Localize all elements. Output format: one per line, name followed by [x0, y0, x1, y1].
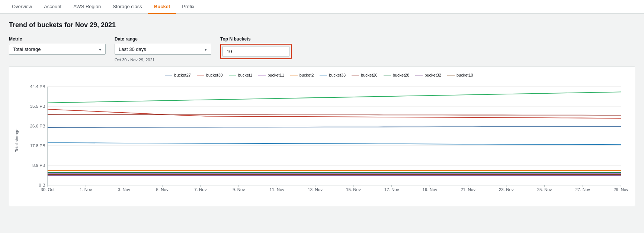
svg-text:35.5 PB: 35.5 PB: [30, 104, 45, 109]
svg-text:5. Nov: 5. Nov: [156, 187, 169, 192]
tab-overview[interactable]: Overview: [6, 0, 38, 14]
legend-item-bucket33: bucket33: [320, 73, 346, 77]
metric-label: Metric: [9, 36, 106, 42]
svg-text:13. Nov: 13. Nov: [308, 187, 323, 192]
svg-text:11. Nov: 11. Nov: [270, 187, 285, 192]
svg-text:29. Nov: 29. Nov: [613, 187, 628, 192]
y-axis-label: Total storage: [9, 81, 24, 200]
svg-text:1. Nov: 1. Nov: [80, 187, 92, 192]
legend-item-bucket1: bucket1: [229, 73, 253, 77]
svg-text:7. Nov: 7. Nov: [194, 187, 207, 192]
tab-prefix[interactable]: Prefix: [176, 0, 200, 14]
legend-item-bucket30: bucket30: [197, 73, 223, 77]
svg-text:3. Nov: 3. Nov: [118, 187, 131, 192]
svg-text:26.6 PB: 26.6 PB: [30, 124, 45, 128]
legend-label-bucket27: bucket27: [174, 73, 191, 77]
svg-text:15. Nov: 15. Nov: [346, 187, 361, 192]
svg-text:23. Nov: 23. Nov: [499, 187, 514, 192]
tab-bar: Overview Account AWS Region Storage clas…: [0, 0, 644, 14]
tab-bucket[interactable]: Bucket: [148, 0, 176, 14]
svg-text:21. Nov: 21. Nov: [461, 187, 475, 192]
chart-line: [48, 109, 621, 118]
main-content: Trend of buckets for Nov 29, 2021 Metric…: [0, 14, 644, 233]
controls-row: Metric Total storage Object count ▼ Date…: [9, 36, 635, 62]
tab-aws-region[interactable]: AWS Region: [67, 0, 107, 14]
legend-label-bucket1: bucket1: [238, 73, 253, 77]
top-n-group: Top N buckets: [220, 36, 292, 59]
legend-label-bucket28: bucket28: [393, 73, 410, 77]
top-n-label: Top N buckets: [220, 36, 292, 42]
svg-text:9. Nov: 9. Nov: [233, 187, 245, 192]
svg-text:17. Nov: 17. Nov: [384, 187, 399, 192]
svg-text:30. Oct: 30. Oct: [41, 187, 55, 192]
legend-label-bucket26: bucket26: [361, 73, 378, 77]
legend-label-bucket11: bucket11: [267, 73, 284, 77]
top-n-box: [220, 44, 292, 59]
svg-text:19. Nov: 19. Nov: [422, 187, 437, 192]
date-range-select-wrapper: Last 7 days Last 14 days Last 30 days La…: [115, 44, 211, 55]
legend-item-bucket26: bucket26: [352, 73, 378, 77]
svg-text:25. Nov: 25. Nov: [537, 187, 552, 192]
top-n-input[interactable]: [222, 46, 289, 57]
date-range-label: Date range: [115, 36, 211, 42]
metric-select-wrapper: Total storage Object count ▼: [9, 44, 106, 55]
tab-account[interactable]: Account: [38, 0, 67, 14]
svg-text:44.4 PB: 44.4 PB: [30, 84, 45, 89]
chart-legend: bucket27bucket30bucket1bucket11bucket2bu…: [9, 73, 629, 77]
legend-label-bucket32: bucket32: [424, 73, 441, 77]
date-range-control-group: Date range Last 7 days Last 14 days Last…: [115, 36, 211, 62]
chart-svg-wrapper: Total storage 44.4 PB35.5 PB26.6 PB17.8 …: [9, 81, 629, 200]
svg-text:17.8 PB: 17.8 PB: [30, 143, 45, 148]
legend-item-bucket2: bucket2: [290, 73, 314, 77]
legend-item-bucket28: bucket28: [384, 73, 410, 77]
legend-label-bucket10: bucket10: [456, 73, 473, 77]
chart-line: [48, 126, 621, 127]
metric-select[interactable]: Total storage Object count: [9, 44, 106, 55]
page-title: Trend of buckets for Nov 29, 2021: [9, 21, 635, 29]
legend-label-bucket2: bucket2: [299, 73, 314, 77]
tab-storage-class[interactable]: Storage class: [107, 0, 148, 14]
metric-control-group: Metric Total storage Object count ▼: [9, 36, 106, 55]
date-range-select[interactable]: Last 7 days Last 14 days Last 30 days La…: [115, 44, 211, 55]
chart-line: [48, 143, 621, 145]
legend-item-bucket10: bucket10: [447, 73, 473, 77]
chart-container: bucket27bucket30bucket1bucket11bucket2bu…: [9, 67, 635, 206]
svg-text:8.9 PB: 8.9 PB: [32, 163, 45, 168]
legend-label-bucket30: bucket30: [206, 73, 223, 77]
chart-svg: 44.4 PB35.5 PB26.6 PB17.8 PB8.9 PB0 B30.…: [24, 81, 629, 200]
date-range-hint: Oct 30 - Nov 29, 2021: [115, 58, 211, 62]
chart-svg-container: 44.4 PB35.5 PB26.6 PB17.8 PB8.9 PB0 B30.…: [24, 81, 629, 200]
chart-line: [48, 115, 621, 115]
legend-item-bucket11: bucket11: [258, 73, 284, 77]
chart-line: [48, 92, 621, 103]
legend-label-bucket33: bucket33: [329, 73, 346, 77]
svg-text:0 B: 0 B: [39, 183, 45, 187]
legend-item-bucket32: bucket32: [415, 73, 441, 77]
svg-text:27. Nov: 27. Nov: [575, 187, 590, 192]
legend-item-bucket27: bucket27: [165, 73, 191, 77]
